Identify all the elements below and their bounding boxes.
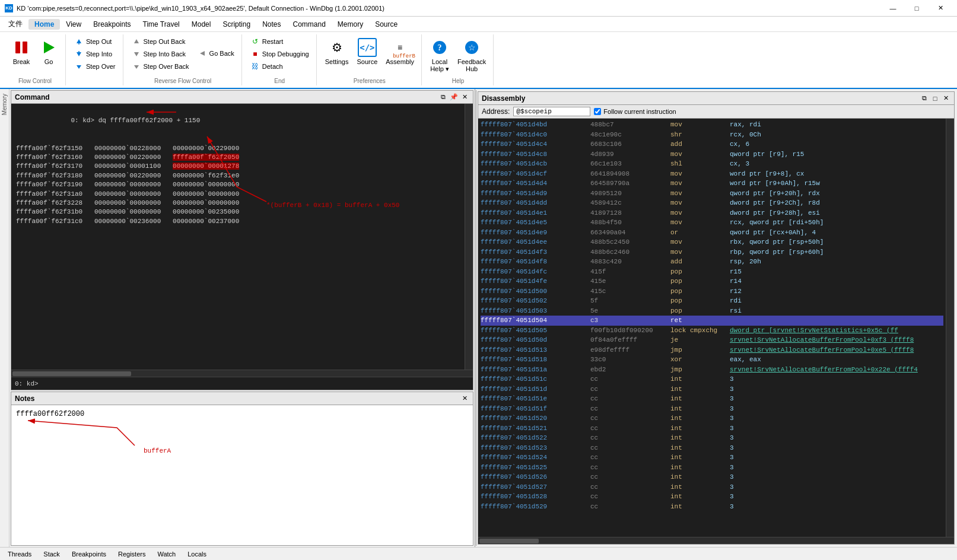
menu-model[interactable]: Model [186, 19, 217, 30]
step-into-button[interactable]: Step Into [71, 48, 119, 60]
disasm-bytes: 415f [590, 267, 670, 277]
disasm-address-input[interactable] [513, 107, 590, 116]
disasm-close-btn[interactable]: ✕ [941, 94, 950, 103]
disasm-hscrollbar[interactable] [478, 537, 954, 544]
go-back-button[interactable]: Go Back [194, 47, 238, 59]
menu-scripting[interactable]: Scripting [217, 19, 256, 30]
local-help-button[interactable]: ? Local Help ▾ [427, 36, 453, 75]
command-float-btn[interactable]: ⧉ [438, 93, 448, 102]
tab-threads[interactable]: Threads [2, 549, 37, 559]
menu-breakpoints[interactable]: Breakpoints [87, 19, 136, 30]
disasm-op: 3 [730, 433, 734, 443]
disasm-float-btn[interactable]: ⧉ [920, 94, 929, 103]
command-scrollbar[interactable] [465, 104, 473, 370]
disasm-mnem: int [670, 413, 730, 424]
detach-button[interactable]: ⛓ Detach [247, 61, 313, 72]
disasm-row: fffff807`4051d518 33c0 xor eax, eax [481, 355, 943, 365]
disasm-addr: fffff807`4051d51a [481, 365, 590, 375]
svg-rect-1 [23, 42, 27, 53]
disasm-bytes: cc [590, 472, 670, 482]
disasm-bytes: 66c1e103 [590, 159, 670, 169]
command-hscrollbar[interactable] [11, 370, 473, 377]
tab-locals[interactable]: Locals [182, 549, 212, 559]
disasm-bytes: cc [590, 384, 670, 394]
disasm-addr: fffff807`4051d4f3 [481, 247, 590, 257]
tab-registers[interactable]: Registers [113, 549, 151, 559]
disasm-bytes: cc [590, 502, 670, 512]
disasm-mnem: jmp [670, 345, 730, 355]
menu-time-travel[interactable]: Time Travel [137, 19, 186, 30]
disasm-row: fffff807`4051d4ee 488b5c2450 mov rbx, qw… [481, 237, 943, 247]
ribbon-step-buttons: Step Out Step Into Step Over [71, 36, 119, 82]
disasm-addr: fffff807`4051d503 [481, 306, 590, 316]
disasm-row: fffff807`4051d513 e98dfeffff jmp srvnet!… [481, 345, 943, 355]
stop-debugging-label: Stop Debugging [262, 50, 309, 58]
menu-view[interactable]: View [60, 19, 87, 30]
restart-label: Restart [262, 38, 283, 45]
step-into-back-button[interactable]: Step Into Back [128, 48, 193, 60]
disasm-scroll-area[interactable]: fffff807`4051d4bd 488bc7 mov rax, rdifff… [478, 119, 946, 537]
minimize-button[interactable]: — [881, 0, 905, 17]
memory-sidebar-label[interactable]: Memory [0, 91, 9, 117]
tab-watch[interactable]: Watch [152, 549, 181, 559]
disasm-mnem: int [670, 463, 730, 473]
disasm-max-btn[interactable]: □ [930, 94, 940, 103]
step-over-back-button[interactable]: Step Over Back [128, 61, 193, 72]
disasm-op: qword ptr [r9], r15 [730, 149, 804, 160]
stop-debugging-button[interactable]: ■ Stop Debugging [247, 48, 313, 60]
disasm-vscrollbar[interactable] [946, 119, 954, 537]
disasm-addr: fffff807`4051d4d4 [481, 179, 590, 189]
tab-breakpoints[interactable]: Breakpoints [66, 549, 112, 559]
go-button[interactable]: Go [36, 36, 62, 68]
command-panel-title: Command [15, 93, 435, 101]
menu-source[interactable]: Source [369, 19, 403, 30]
help-label: Help [427, 75, 489, 84]
command-pin-btn[interactable]: 📌 [449, 93, 459, 102]
menu-notes[interactable]: Notes [256, 19, 287, 30]
feedback-hub-icon: ☆ [462, 38, 481, 57]
notes-address: ffffa00ff62f2000 bufferA [16, 410, 468, 418]
command-close-btn[interactable]: ✕ [460, 93, 469, 102]
disasm-bytes: 41897128 [590, 208, 670, 218]
follow-checkbox[interactable] [594, 108, 601, 115]
command-input[interactable] [42, 380, 469, 387]
step-out-button[interactable]: Step Out [71, 36, 119, 47]
command-panel: Command ⧉ 📌 ✕ 0: kd> dq ffffa00ff62f2000… [11, 90, 473, 390]
ribbon-flow-buttons: Break Go [8, 36, 62, 75]
menu-file[interactable]: 文件 [2, 18, 28, 30]
menu-home[interactable]: Home [28, 19, 60, 30]
menu-command[interactable]: Command [287, 19, 331, 30]
step-out-back-button[interactable]: Step Out Back [128, 36, 193, 47]
break-button[interactable]: Break [8, 36, 34, 68]
assembly-button[interactable]: ≡ Assembly bufferB [382, 36, 418, 68]
notes-panel-content[interactable]: ffffa00ff62f2000 bufferA [11, 405, 473, 545]
step-into-icon [74, 49, 84, 59]
go-icon [39, 38, 58, 57]
disasm-addr: fffff807`4051d500 [481, 287, 590, 297]
disasm-bytes: cc [590, 394, 670, 404]
command-panel-content[interactable]: 0: kd> dq ffffa00ff62f2000 + 1150 ffffa0… [11, 104, 465, 370]
disasm-op: 3 [730, 394, 734, 404]
tab-stack[interactable]: Stack [38, 549, 65, 559]
disasm-row: fffff807`4051d526 cc int 3 [481, 472, 943, 482]
command-panel-body: 0: kd> dq ffffa00ff62f2000 + 1150 ffffa0… [11, 104, 473, 370]
notes-panel-btns: ✕ [460, 394, 469, 403]
disasm-bytes: 6641894908 [590, 169, 670, 179]
disasm-panel-btns: ⧉ □ ✕ [920, 94, 950, 103]
disasm-bytes: 33c0 [590, 355, 670, 365]
titlebar-controls[interactable]: — □ ✕ [881, 0, 952, 17]
step-over-back-icon [132, 62, 141, 71]
step-over-button[interactable]: Step Over [71, 61, 119, 72]
disasm-op: r15 [730, 267, 742, 277]
source-button[interactable]: </> Source [353, 36, 381, 68]
notes-close-btn[interactable]: ✕ [460, 394, 469, 403]
menu-memory[interactable]: Memory [332, 19, 369, 30]
maximize-button[interactable]: □ [905, 0, 929, 17]
close-button[interactable]: ✕ [929, 0, 952, 17]
panels-left: Command ⧉ 📌 ✕ 0: kd> dq ffffa00ff62f2000… [9, 89, 475, 547]
feedback-hub-button[interactable]: ☆ Feedback Hub [454, 36, 489, 75]
restart-button[interactable]: ↺ Restart [247, 36, 313, 47]
step-into-label: Step Into [86, 50, 112, 58]
settings-button[interactable]: ⚙ Settings [322, 36, 352, 68]
settings-icon: ⚙ [328, 38, 346, 57]
